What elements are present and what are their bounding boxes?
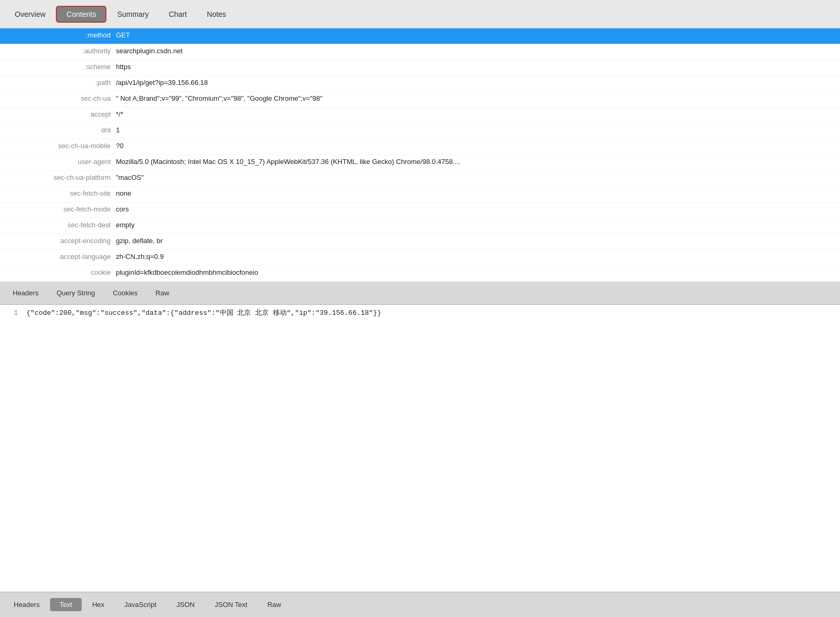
request-headers-section: :method GET :authority searchplugin.csdn… xyxy=(0,28,840,282)
header-row-scheme[interactable]: :scheme https xyxy=(0,60,840,76)
header-key-scheme: :scheme xyxy=(0,63,116,71)
line-number-1: 1 xyxy=(5,309,26,317)
header-value-path: /api/v1/ip/get?ip=39.156.66.18 xyxy=(116,79,208,86)
subtab-headers[interactable]: Headers xyxy=(4,286,47,300)
bottomtab-raw[interactable]: Raw xyxy=(258,598,290,611)
header-value-sec-ch-ua-mobile: ?0 xyxy=(116,142,123,150)
sub-tab-bar: Headers Query String Cookies Raw xyxy=(0,282,840,305)
header-value-sec-fetch-mode: cors xyxy=(116,205,129,213)
header-value-accept: */* xyxy=(116,110,123,118)
tab-chart[interactable]: Chart xyxy=(159,7,196,22)
header-row-sec-fetch-site[interactable]: sec-fetch-site none xyxy=(0,187,840,203)
header-row-accept[interactable]: accept */* xyxy=(0,108,840,123)
header-row-sec-ch-ua[interactable]: sec-ch-ua " Not A;Brand";v="99", "Chromi… xyxy=(0,92,840,108)
header-row-accept-language[interactable]: accept-language zh-CN,zh;q=0.9 xyxy=(0,250,840,266)
bottomtab-javascript[interactable]: JavaScript xyxy=(115,598,166,611)
header-key-path: :path xyxy=(0,79,116,86)
response-content[interactable]: 1 {"code":200,"msg":"success","data":{"a… xyxy=(0,305,840,592)
header-row-method[interactable]: :method GET xyxy=(0,28,840,44)
header-row-path[interactable]: :path /api/v1/ip/get?ip=39.156.66.18 xyxy=(0,76,840,92)
header-key-sec-fetch-dest: sec-fetch-dest xyxy=(0,221,116,229)
bottomtab-json[interactable]: JSON xyxy=(167,598,204,611)
header-value-sec-ch-ua: " Not A;Brand";v="99", "Chromium";v="98"… xyxy=(116,94,323,102)
header-row-sec-ch-ua-mobile[interactable]: sec-ch-ua-mobile ?0 xyxy=(0,139,840,155)
subtab-raw[interactable]: Raw xyxy=(147,286,178,300)
response-line-1: 1 {"code":200,"msg":"success","data":{"a… xyxy=(0,305,840,321)
header-value-method: GET xyxy=(116,31,130,39)
header-key-authority: :authority xyxy=(0,47,116,55)
tab-summary[interactable]: Summary xyxy=(108,7,158,22)
bottomtab-hex[interactable]: Hex xyxy=(83,598,114,611)
header-row-authority[interactable]: :authority searchplugin.csdn.net xyxy=(0,44,840,60)
header-row-sec-fetch-mode[interactable]: sec-fetch-mode cors xyxy=(0,203,840,218)
header-key-accept-encoding: accept-encoding xyxy=(0,237,116,245)
header-value-sec-ch-ua-platform: "macOS" xyxy=(116,173,144,181)
bottomtab-text[interactable]: Text xyxy=(50,598,82,611)
header-value-scheme: https xyxy=(116,63,131,71)
header-key-user-agent: user-agent xyxy=(0,158,116,166)
tab-overview[interactable]: Overview xyxy=(5,7,55,22)
header-key-accept-language: accept-language xyxy=(0,253,116,261)
header-key-cookie: cookie xyxy=(0,268,116,276)
header-row-dnt[interactable]: dnt 1 xyxy=(0,123,840,139)
header-row-cookie[interactable]: cookie pluginId=kfkdboecolemdiodhmbhmcib… xyxy=(0,266,840,282)
header-value-dnt: 1 xyxy=(116,126,120,134)
header-row-user-agent[interactable]: user-agent Mozilla/5.0 (Macintosh; Intel… xyxy=(0,155,840,171)
response-panel: 1 {"code":200,"msg":"success","data":{"a… xyxy=(0,305,840,592)
header-key-sec-ch-ua: sec-ch-ua xyxy=(0,94,116,102)
header-value-sec-fetch-site: none xyxy=(116,189,131,197)
tab-contents[interactable]: Contents xyxy=(56,6,106,23)
header-key-accept: accept xyxy=(0,110,116,118)
line-content-1: {"code":200,"msg":"success","data":{"add… xyxy=(26,308,382,317)
header-key-dnt: dnt xyxy=(0,126,116,134)
bottomtab-json-text[interactable]: JSON Text xyxy=(205,598,257,611)
subtab-query-string[interactable]: Query String xyxy=(48,286,103,300)
header-key-method: :method xyxy=(0,31,116,39)
header-key-sec-fetch-site: sec-fetch-site xyxy=(0,189,116,197)
bottomtab-headers[interactable]: Headers xyxy=(4,598,49,611)
header-value-accept-language: zh-CN,zh;q=0.9 xyxy=(116,253,164,261)
bottom-tab-bar: Headers Text Hex JavaScript JSON JSON Te… xyxy=(0,592,840,617)
header-value-authority: searchplugin.csdn.net xyxy=(116,47,182,55)
header-value-accept-encoding: gzip, deflate, br xyxy=(116,237,163,245)
tab-notes[interactable]: Notes xyxy=(198,7,236,22)
header-key-sec-ch-ua-mobile: sec-ch-ua-mobile xyxy=(0,142,116,150)
header-value-cookie: pluginId=kfkdboecolemdiodhmbhmcibiocfone… xyxy=(116,268,258,276)
header-key-sec-ch-ua-platform: sec-ch-ua-platform xyxy=(0,173,116,181)
main-container: :method GET :authority searchplugin.csdn… xyxy=(0,28,840,617)
subtab-cookies[interactable]: Cookies xyxy=(104,286,146,300)
header-key-sec-fetch-mode: sec-fetch-mode xyxy=(0,205,116,213)
header-row-accept-encoding[interactable]: accept-encoding gzip, deflate, br xyxy=(0,234,840,250)
header-row-sec-ch-ua-platform[interactable]: sec-ch-ua-platform "macOS" xyxy=(0,171,840,187)
top-tab-bar: Overview Contents Summary Chart Notes xyxy=(0,0,840,28)
header-value-sec-fetch-dest: empty xyxy=(116,221,134,229)
header-value-user-agent: Mozilla/5.0 (Macintosh; Intel Mac OS X 1… xyxy=(116,158,461,166)
header-row-sec-fetch-dest[interactable]: sec-fetch-dest empty xyxy=(0,218,840,234)
